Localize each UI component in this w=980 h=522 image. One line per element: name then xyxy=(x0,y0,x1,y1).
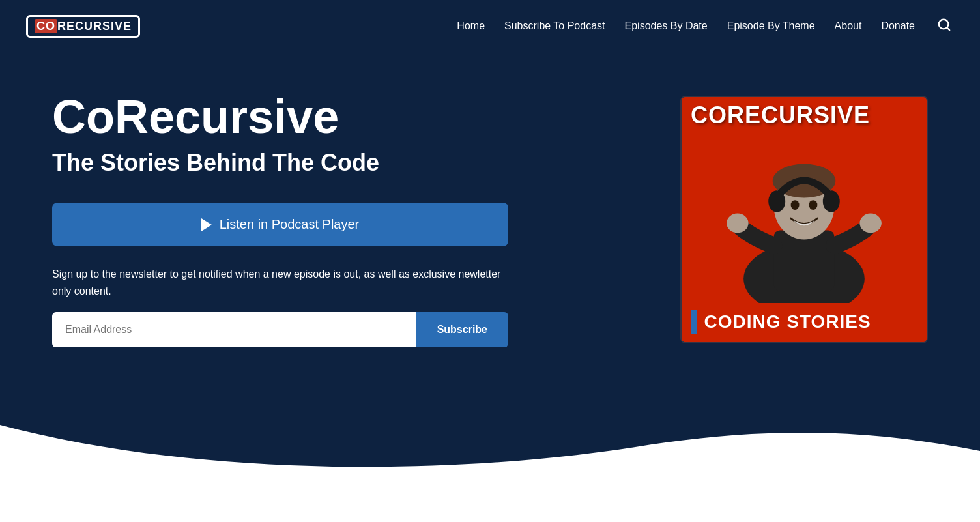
svg-point-10 xyxy=(727,213,748,233)
email-form: Subscribe xyxy=(52,312,508,347)
nav-episodes-theme[interactable]: Episode By Theme xyxy=(727,20,815,31)
listen-button[interactable]: Listen in Podcast Player xyxy=(52,203,508,246)
search-icon xyxy=(937,18,951,32)
hero-section: CoRecursive The Stories Behind The Code … xyxy=(0,52,980,426)
wave-divider xyxy=(0,425,980,477)
play-icon xyxy=(201,218,212,231)
svg-point-9 xyxy=(809,200,817,210)
cover-subtitle: CODING STORIES xyxy=(704,312,871,332)
navbar: CORECURSIVE Home Subscribe To Podcast Ep… xyxy=(0,0,980,52)
hero-subtitle: The Stories Behind The Code xyxy=(52,149,508,177)
logo-recursive: RECURSIVE xyxy=(57,20,132,33)
podcast-cover: CORECURSIVE xyxy=(680,96,928,343)
nav-home[interactable]: Home xyxy=(457,20,485,31)
svg-point-7 xyxy=(823,190,840,212)
hero-title: CoRecursive xyxy=(52,91,508,143)
hero-right: CORECURSIVE xyxy=(680,96,928,343)
logo[interactable]: CORECURSIVE xyxy=(26,15,140,38)
listen-button-label: Listen in Podcast Player xyxy=(220,217,360,232)
nav-subscribe[interactable]: Subscribe To Podcast xyxy=(504,20,605,31)
newsletter-description: Sign up to the newsletter to get notifie… xyxy=(52,266,508,299)
svg-point-8 xyxy=(791,200,800,210)
person-illustration xyxy=(713,149,895,303)
cover-accent xyxy=(691,310,697,334)
logo-co: CO xyxy=(35,19,57,33)
cover-person-area xyxy=(682,149,927,303)
cover-bottom-bar: CODING STORIES xyxy=(682,304,927,342)
cover-top-area: CORECURSIVE xyxy=(682,97,927,134)
search-button[interactable] xyxy=(934,15,954,38)
wave-svg xyxy=(0,425,980,477)
subscribe-button[interactable]: Subscribe xyxy=(416,312,508,347)
nav-links: Home Subscribe To Podcast Episodes By Da… xyxy=(457,15,954,38)
svg-point-11 xyxy=(859,213,881,233)
cover-title: CORECURSIVE xyxy=(691,104,917,127)
nav-episodes-date[interactable]: Episodes By Date xyxy=(625,20,708,31)
nav-donate[interactable]: Donate xyxy=(881,20,915,31)
nav-about[interactable]: About xyxy=(835,20,862,31)
svg-line-1 xyxy=(947,27,949,30)
svg-point-6 xyxy=(768,190,785,212)
email-input[interactable] xyxy=(52,312,416,347)
hero-left: CoRecursive The Stories Behind The Code … xyxy=(52,91,508,347)
